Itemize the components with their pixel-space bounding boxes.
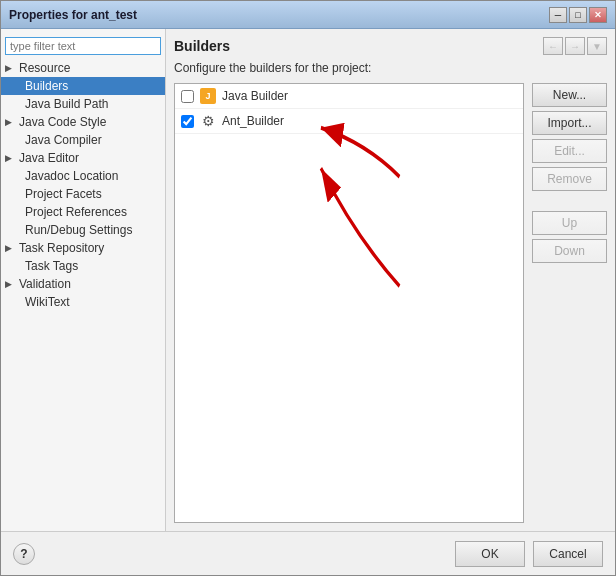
help-button[interactable]: ? (13, 543, 35, 565)
arrow-icon (5, 117, 15, 127)
footer-left: ? (13, 543, 35, 565)
arrow-icon (5, 243, 15, 253)
ant-builder-icon: ⚙ (200, 113, 216, 129)
ant-builder-checkbox[interactable] (181, 115, 194, 128)
arrows-overlay (175, 84, 523, 522)
sidebar-item-label: Validation (19, 277, 71, 291)
sidebar-item-label: Resource (19, 61, 70, 75)
java-builder-label: Java Builder (222, 89, 288, 103)
window-title: Properties for ant_test (9, 8, 137, 22)
sidebar-item-label: Java Code Style (19, 115, 106, 129)
main-header: Builders ← → ▼ (174, 37, 607, 55)
title-bar: Properties for ant_test ─ □ ✕ (1, 1, 615, 29)
sidebar-item-label: Project Facets (25, 187, 102, 201)
sidebar-item-label: Task Repository (19, 241, 104, 255)
ok-button[interactable]: OK (455, 541, 525, 567)
builder-item-java: J Java Builder (175, 84, 523, 109)
sidebar-item-run-debug-settings[interactable]: Run/Debug Settings (1, 221, 165, 239)
sidebar-item-java-code-style[interactable]: Java Code Style (1, 113, 165, 131)
builder-item-ant: ⚙ Ant_Builder (175, 109, 523, 134)
sidebar-item-resource[interactable]: Resource (1, 59, 165, 77)
sidebar-item-project-references[interactable]: Project References (1, 203, 165, 221)
sidebar-item-label: Java Editor (19, 151, 79, 165)
java-builder-icon: J (200, 88, 216, 104)
sidebar-item-label: Run/Debug Settings (25, 223, 132, 237)
sidebar-item-label: Javadoc Location (25, 169, 118, 183)
import-button[interactable]: Import... (532, 111, 607, 135)
footer-right: OK Cancel (455, 541, 603, 567)
sidebar-item-java-editor[interactable]: Java Editor (1, 149, 165, 167)
title-bar-buttons: ─ □ ✕ (549, 7, 607, 23)
sidebar-item-java-compiler[interactable]: Java Compiler (1, 131, 165, 149)
sidebar-item-label: Java Build Path (25, 97, 108, 111)
sidebar-item-wikitext[interactable]: WikiText (1, 293, 165, 311)
sidebar-item-javadoc-location[interactable]: Javadoc Location (1, 167, 165, 185)
ant-builder-label: Ant_Builder (222, 114, 284, 128)
properties-window: Properties for ant_test ─ □ ✕ Resource B… (0, 0, 616, 576)
sidebar-item-task-repository[interactable]: Task Repository (1, 239, 165, 257)
down-button[interactable]: Down (532, 239, 607, 263)
footer: ? OK Cancel (1, 531, 615, 575)
sidebar-item-java-build-path[interactable]: Java Build Path (1, 95, 165, 113)
sidebar-item-label: Project References (25, 205, 127, 219)
sidebar-item-validation[interactable]: Validation (1, 275, 165, 293)
back-button[interactable]: ← (543, 37, 563, 55)
sidebar-item-task-tags[interactable]: Task Tags (1, 257, 165, 275)
java-builder-checkbox[interactable] (181, 90, 194, 103)
builders-list: J Java Builder ⚙ Ant_Builder (174, 83, 524, 523)
sidebar-item-project-facets[interactable]: Project Facets (1, 185, 165, 203)
sidebar-item-label: WikiText (25, 295, 70, 309)
remove-button[interactable]: Remove (532, 167, 607, 191)
cancel-button[interactable]: Cancel (533, 541, 603, 567)
minimize-button[interactable]: ─ (549, 7, 567, 23)
up-button[interactable]: Up (532, 211, 607, 235)
sidebar-item-label: Java Compiler (25, 133, 102, 147)
arrow-icon (5, 63, 15, 73)
filter-input[interactable] (5, 37, 161, 55)
builders-panel: J Java Builder ⚙ Ant_Builder (174, 83, 607, 523)
nav-buttons: ← → ▼ (543, 37, 607, 55)
sidebar-item-label: Task Tags (25, 259, 78, 273)
sidebar: Resource Builders Java Build Path Java C… (1, 29, 166, 531)
sidebar-item-builders[interactable]: Builders (1, 77, 165, 95)
new-button[interactable]: New... (532, 83, 607, 107)
panel-description: Configure the builders for the project: (174, 61, 607, 75)
forward-button[interactable]: → (565, 37, 585, 55)
close-button[interactable]: ✕ (589, 7, 607, 23)
arrow-icon (5, 279, 15, 289)
main-panel: Builders ← → ▼ Configure the builders fo… (166, 29, 615, 531)
dropdown-button[interactable]: ▼ (587, 37, 607, 55)
content-area: Resource Builders Java Build Path Java C… (1, 29, 615, 531)
panel-title: Builders (174, 38, 230, 54)
sidebar-item-label: Builders (25, 79, 68, 93)
action-buttons: New... Import... Edit... Remove Up Down (532, 83, 607, 523)
edit-button[interactable]: Edit... (532, 139, 607, 163)
maximize-button[interactable]: □ (569, 7, 587, 23)
arrow-icon (5, 153, 15, 163)
